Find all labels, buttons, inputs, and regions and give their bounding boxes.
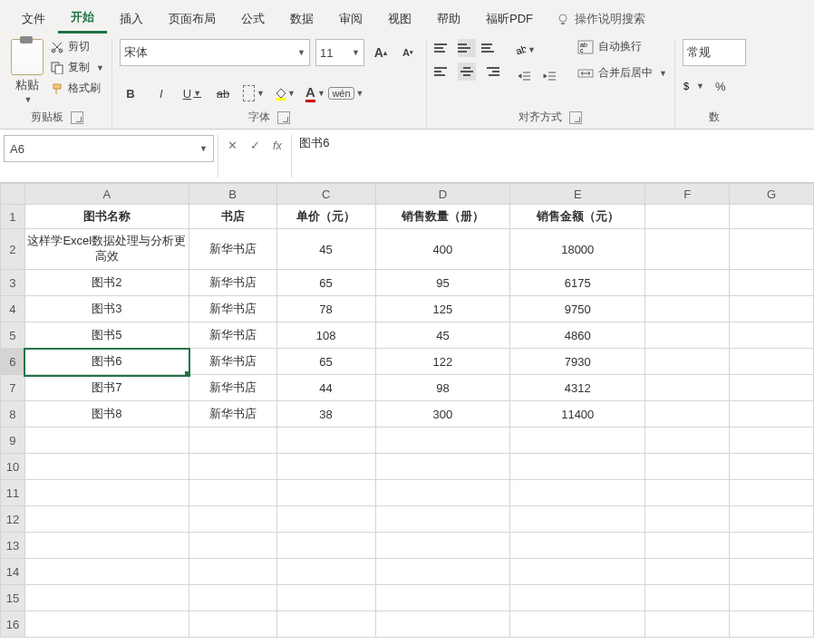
cell-B5[interactable]: 新华书店 xyxy=(189,322,276,349)
cell[interactable] xyxy=(276,454,375,480)
tab-公式[interactable]: 公式 xyxy=(228,5,277,33)
cell[interactable] xyxy=(645,559,730,585)
cell[interactable] xyxy=(189,559,276,585)
col-header-B[interactable]: B xyxy=(189,184,276,205)
row-header-9[interactable]: 9 xyxy=(1,428,25,454)
cell[interactable] xyxy=(189,454,276,480)
cell-E6[interactable]: 7930 xyxy=(510,349,645,375)
cell[interactable] xyxy=(24,533,189,559)
cell[interactable] xyxy=(375,533,510,559)
cell-B7[interactable]: 新华书店 xyxy=(189,375,276,401)
cell[interactable] xyxy=(730,375,814,401)
cell[interactable] xyxy=(730,585,814,611)
cell-C6[interactable]: 65 xyxy=(276,349,375,375)
paste-button[interactable]: 粘贴 ▼ xyxy=(11,39,44,104)
tell-me-search[interactable]: 操作说明搜索 xyxy=(557,11,645,27)
row-header-12[interactable]: 12 xyxy=(1,506,25,533)
col-header-C[interactable]: C xyxy=(276,184,375,205)
cell-E8[interactable]: 11400 xyxy=(510,401,645,428)
row-header-14[interactable]: 14 xyxy=(1,559,25,585)
cell[interactable] xyxy=(730,205,814,229)
increase-indent-button[interactable] xyxy=(539,66,561,88)
cell-B4[interactable]: 新华书店 xyxy=(189,296,276,322)
cell[interactable] xyxy=(276,480,375,506)
col-header-F[interactable]: F xyxy=(645,184,730,205)
cell[interactable] xyxy=(645,375,730,401)
accept-formula-button[interactable]: ✓ xyxy=(250,139,260,152)
cell-D5[interactable]: 45 xyxy=(375,322,510,349)
cell[interactable] xyxy=(645,585,730,611)
merge-center-button[interactable]: 合并后居中▼ xyxy=(577,65,667,81)
cell-C5[interactable]: 108 xyxy=(276,322,375,349)
cell[interactable] xyxy=(645,506,730,533)
percent-button[interactable]: % xyxy=(710,75,732,97)
tab-文件[interactable]: 文件 xyxy=(9,5,58,33)
wrap-text-button[interactable]: abc 自动换行 xyxy=(577,39,667,54)
row-header-7[interactable]: 7 xyxy=(1,375,25,401)
cell[interactable] xyxy=(510,454,645,480)
cell[interactable] xyxy=(375,611,510,638)
tab-视图[interactable]: 视图 xyxy=(375,5,424,33)
cell[interactable] xyxy=(645,322,730,349)
decrease-indent-button[interactable] xyxy=(514,66,536,88)
row-header-4[interactable]: 4 xyxy=(1,296,25,322)
cell[interactable] xyxy=(645,349,730,375)
fill-handle[interactable] xyxy=(185,371,190,377)
cell-C7[interactable]: 44 xyxy=(276,375,375,401)
row-header-3[interactable]: 3 xyxy=(1,270,25,296)
cell[interactable] xyxy=(375,480,510,506)
strikethrough-button[interactable]: ab xyxy=(212,82,234,104)
currency-button[interactable]: $▼ xyxy=(683,75,704,97)
col-header-D[interactable]: D xyxy=(375,184,510,205)
tab-开始[interactable]: 开始 xyxy=(58,4,107,34)
col-header-G[interactable]: G xyxy=(730,184,814,205)
table-header-cell[interactable]: 销售金额（元） xyxy=(510,205,645,229)
format-painter-button[interactable]: 格式刷 xyxy=(51,81,104,96)
dialog-launcher-icon[interactable] xyxy=(277,111,290,124)
cell[interactable] xyxy=(730,506,814,533)
cell[interactable] xyxy=(189,480,276,506)
font-size-select[interactable]: 11▼ xyxy=(315,39,364,66)
cell-E7[interactable]: 4312 xyxy=(510,375,645,401)
cell-E2[interactable]: 18000 xyxy=(510,229,645,270)
cell[interactable] xyxy=(189,428,276,454)
phonetic-button[interactable]: wén▼ xyxy=(335,82,357,104)
cell-A6[interactable]: 图书6 xyxy=(24,349,189,375)
cell[interactable] xyxy=(645,480,730,506)
cell-E4[interactable]: 9750 xyxy=(510,296,645,322)
cell[interactable] xyxy=(375,585,510,611)
cell[interactable] xyxy=(510,506,645,533)
row-header-11[interactable]: 11 xyxy=(1,480,25,506)
border-button[interactable]: ▼ xyxy=(243,82,265,104)
cell-A3[interactable]: 图书2 xyxy=(24,270,189,296)
cell[interactable] xyxy=(730,401,814,428)
cell[interactable] xyxy=(24,559,189,585)
cell-A2[interactable]: 这样学Excel数据处理与分析更高效 xyxy=(24,229,189,270)
cell[interactable] xyxy=(730,296,814,322)
align-middle-button[interactable] xyxy=(458,39,476,57)
cell[interactable] xyxy=(189,506,276,533)
col-header-A[interactable]: A xyxy=(24,184,189,205)
cell-A8[interactable]: 图书8 xyxy=(24,401,189,428)
table-header-cell[interactable]: 书店 xyxy=(189,205,276,229)
tab-帮助[interactable]: 帮助 xyxy=(424,5,473,33)
cell[interactable] xyxy=(730,480,814,506)
cell[interactable] xyxy=(645,428,730,454)
cell[interactable] xyxy=(24,611,189,638)
table-header-cell[interactable]: 销售数量（册） xyxy=(375,205,510,229)
cell[interactable] xyxy=(375,428,510,454)
row-header-1[interactable]: 1 xyxy=(1,205,25,229)
cell-C4[interactable]: 78 xyxy=(276,296,375,322)
cell-D2[interactable]: 400 xyxy=(375,229,510,270)
cell[interactable] xyxy=(730,454,814,480)
increase-font-button[interactable]: A▴ xyxy=(370,42,392,63)
tab-审阅[interactable]: 审阅 xyxy=(326,5,375,33)
tab-福昕PDF[interactable]: 福昕PDF xyxy=(473,5,546,33)
cell[interactable] xyxy=(645,533,730,559)
cell[interactable] xyxy=(276,559,375,585)
select-all-corner[interactable] xyxy=(1,184,25,205)
copy-button[interactable]: 复制 ▼ xyxy=(51,60,104,75)
align-right-button[interactable] xyxy=(481,62,499,81)
cell[interactable] xyxy=(375,559,510,585)
cell-C2[interactable]: 45 xyxy=(276,229,375,270)
